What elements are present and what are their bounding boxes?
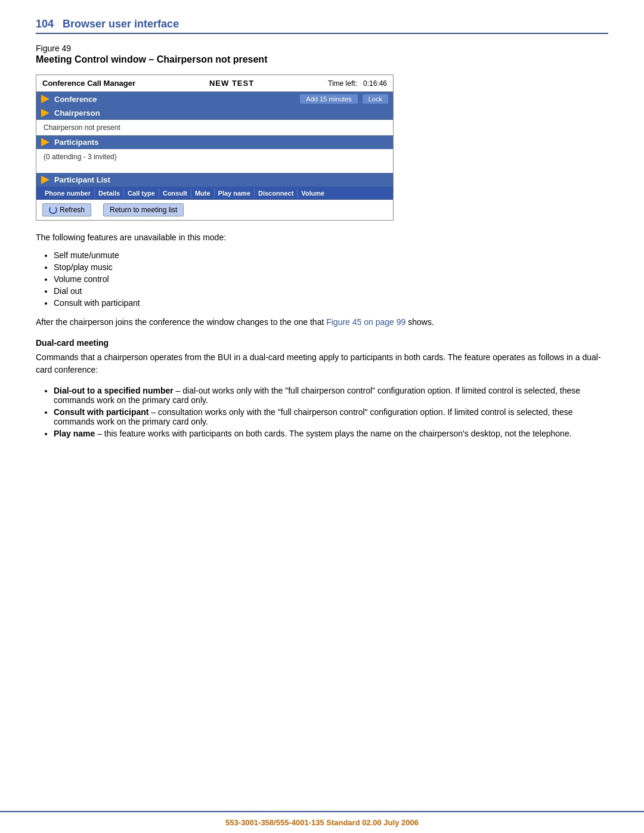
col-play-name: Play name (215, 188, 255, 198)
spacer (36, 165, 393, 173)
list-item: Self mute/unmute (54, 250, 608, 260)
chairperson-joins-para: After the chairperson joins the conferen… (36, 316, 608, 329)
figure-label: Figure 49 (36, 44, 608, 53)
conference-icon (41, 95, 49, 103)
section-number: 104 (36, 18, 54, 30)
bullet2-bold-0: Dial-out to a specified number (54, 386, 174, 395)
header-section: 104 Browser user interface Figure 49 Mee… (0, 0, 644, 233)
chairperson-section-row: Chairperson (36, 106, 393, 120)
ccm-footer: Refresh Return to meeting list (36, 200, 393, 220)
main-content: The following features are unavailable i… (0, 233, 644, 811)
col-disconnect: Disconnect (255, 188, 298, 198)
participant-table-header: Phone number Details Call type Consult M… (36, 187, 393, 200)
page: 104 Browser user interface Figure 49 Mee… (0, 0, 644, 833)
list-item: Play name – this feature works with part… (54, 429, 608, 438)
col-details: Details (95, 188, 124, 198)
ccm-time-left: Time left: 0:16:46 (328, 79, 387, 88)
return-to-meeting-list-button[interactable]: Return to meeting list (103, 203, 184, 216)
list-item: Stop/play music (54, 262, 608, 272)
list-item: Consult with participant (54, 298, 608, 308)
col-phone-number: Phone number (41, 188, 95, 198)
list-item: Volume control (54, 274, 608, 284)
bullet2-rest-2: – this feature works with participants o… (95, 429, 571, 438)
conference-call-manager-box: Conference Call Manager NEW TEST Time le… (36, 75, 394, 221)
ccm-header: Conference Call Manager NEW TEST Time le… (36, 75, 393, 92)
bullet2-bold-1: Consult with participant (54, 407, 148, 417)
col-volume: Volume (298, 188, 328, 198)
lock-button[interactable]: Lock (363, 94, 388, 104)
chairperson-title: Chairperson (54, 109, 388, 117)
section-title: Browser user interface (63, 18, 179, 30)
page-title: 104 Browser user interface (36, 18, 608, 30)
participants-section-row: Participants (36, 135, 393, 149)
para1-after: shows. (405, 317, 434, 327)
col-mute: Mute (191, 188, 215, 198)
col-consult: Consult (159, 188, 191, 198)
para1-before: After the chairperson joins the conferen… (36, 317, 326, 327)
participants-title: Participants (54, 138, 388, 147)
figure-45-link[interactable]: Figure 45 on page 99 (326, 317, 405, 327)
page-footer: 553-3001-358/555-4001-135 Standard 02.00… (0, 811, 644, 833)
dual-card-list: Dial-out to a specified number – dial-ou… (54, 386, 608, 438)
figure-title: Meeting Control window – Chairperson not… (36, 54, 608, 65)
conference-title: Conference (54, 95, 295, 104)
time-left-value: 0:16:46 (363, 79, 387, 88)
participants-icon (41, 138, 49, 147)
participants-content: (0 attending - 3 invited) (36, 149, 393, 165)
participant-list-section-row: Participant List (36, 173, 393, 187)
return-label: Return to meeting list (110, 206, 177, 214)
conference-section-row: Conference Add 15 minutes Lock (36, 92, 393, 106)
dual-card-intro: Commands that a chairperson operates fro… (36, 351, 608, 376)
footer-text: 553-3001-358/555-4001-135 Standard 02.00… (225, 818, 419, 827)
participant-list-title: Participant List (54, 175, 388, 184)
list-item: Dial out (54, 286, 608, 296)
list-item: Consult with participant – consultation … (54, 407, 608, 426)
ccm-meeting-name: NEW TEST (209, 79, 254, 88)
refresh-icon (49, 206, 57, 214)
col-call-type: Call type (124, 188, 159, 198)
add-15-minutes-button[interactable]: Add 15 minutes (300, 94, 357, 104)
refresh-label: Refresh (60, 206, 85, 214)
time-left-label: Time left: (328, 79, 357, 88)
header-divider (36, 33, 608, 34)
chairperson-icon (41, 109, 49, 117)
features-unavailable-list: Self mute/unmute Stop/play music Volume … (54, 250, 608, 308)
participant-list-icon (41, 176, 49, 184)
chairperson-content: Chairperson not present (36, 120, 393, 135)
bullet2-bold-2: Play name (54, 429, 95, 438)
refresh-button[interactable]: Refresh (42, 203, 91, 216)
ccm-app-name: Conference Call Manager (42, 79, 135, 88)
list-item: Dial-out to a specified number – dial-ou… (54, 386, 608, 405)
intro-text: The following features are unavailable i… (36, 233, 608, 242)
dual-card-heading: Dual-card meeting (36, 338, 608, 348)
